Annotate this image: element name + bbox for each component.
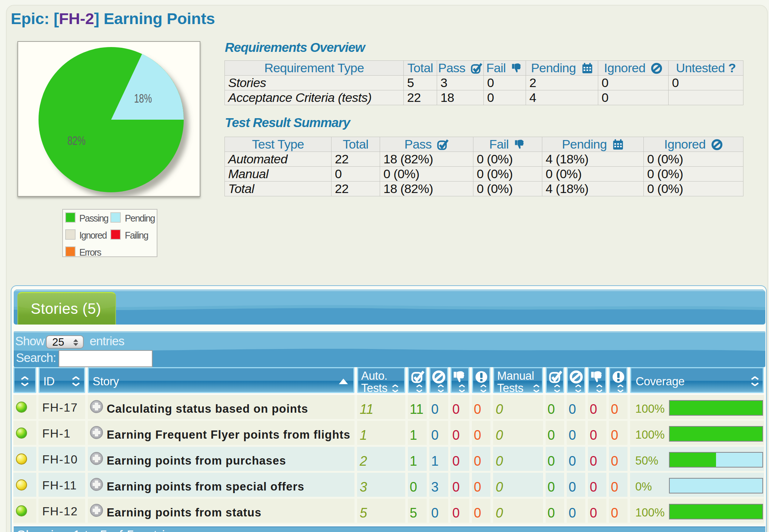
svg-text:82%: 82% bbox=[67, 133, 86, 147]
svg-text:18%: 18% bbox=[134, 91, 152, 105]
